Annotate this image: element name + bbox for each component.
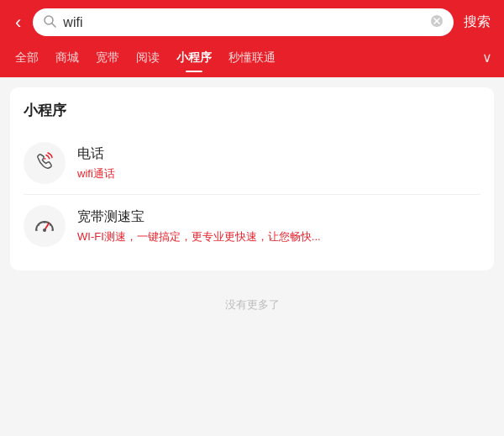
item-icon-speed [24,205,66,247]
back-button[interactable]: ‹ [12,10,24,35]
search-input[interactable] [63,15,423,30]
svg-line-1 [52,24,55,27]
svg-line-9 [50,224,51,225]
item-icon-phone [24,142,66,184]
clear-icon[interactable] [430,14,444,30]
svg-point-5 [45,158,46,160]
section-card: 小程序 电话 wifi通话 [10,87,494,271]
svg-line-7 [39,224,39,225]
search-icon [43,14,56,30]
item-info-phone: 电话 wifi通话 [77,145,480,181]
item-desc: WI-FI测速，一键搞定，更专业更快速，让您畅快... [77,229,480,244]
search-button[interactable]: 搜索 [462,10,492,34]
svg-point-12 [43,229,46,232]
item-title: 宽带测速宝 [77,208,480,226]
content-area: 小程序 电话 wifi通话 [0,77,504,421]
item-info-speed: 宽带测速宝 WI-FI测速，一键搞定，更专业更快速，让您畅快... [77,208,480,244]
item-desc: wifi通话 [77,166,480,181]
tab-reading[interactable]: 阅读 [128,45,168,71]
header: ‹ 搜索 [0,0,504,45]
tab-mall[interactable]: 商城 [47,45,87,71]
list-item[interactable]: 宽带测速宝 WI-FI测速，一键搞定，更专业更快速，让您畅快... [24,195,480,257]
tab-broadband[interactable]: 宽带 [87,45,128,71]
tabs-more-icon[interactable]: ∨ [477,45,497,71]
tab-all[interactable]: 全部 [7,45,47,71]
item-title: 电话 [77,145,480,163]
no-more-text: 没有更多了 [10,281,494,321]
tab-unicom[interactable]: 秒懂联通 [220,45,284,71]
search-bar [33,8,454,36]
list-item[interactable]: 电话 wifi通话 [24,132,480,195]
tabs-bar: 全部 商城 宽带 阅读 小程序 秒懂联通 ∨ [0,45,504,77]
tab-miniapp[interactable]: 小程序 [168,45,220,71]
section-title: 小程序 [24,101,480,120]
